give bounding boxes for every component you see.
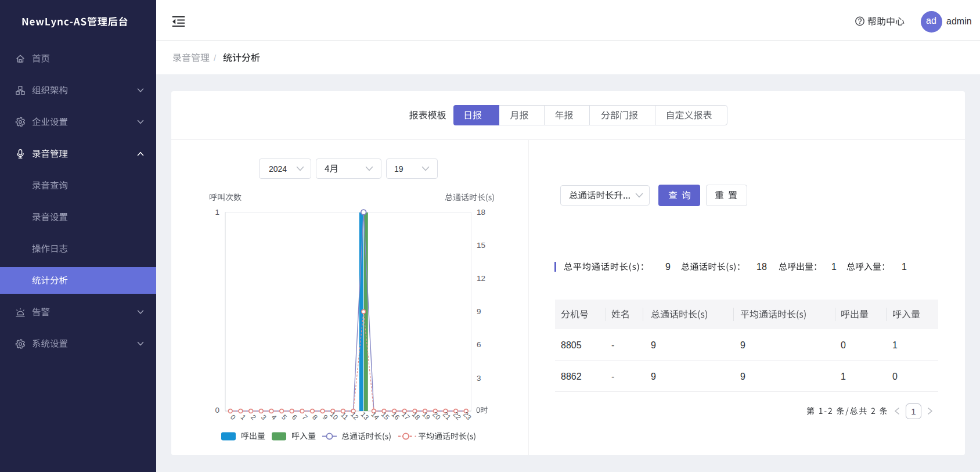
svg-text:1: 1 bbox=[215, 208, 219, 217]
svg-text:12: 12 bbox=[349, 410, 361, 422]
svg-text:16: 16 bbox=[390, 410, 402, 422]
svg-text:18: 18 bbox=[410, 410, 422, 422]
svg-text:15: 15 bbox=[380, 410, 391, 422]
svg-text:6: 6 bbox=[290, 413, 299, 421]
svg-text:15: 15 bbox=[477, 241, 485, 250]
svg-text:5: 5 bbox=[280, 413, 289, 421]
svg-text:4: 4 bbox=[270, 413, 279, 421]
svg-text:11: 11 bbox=[339, 410, 350, 421]
svg-text:1: 1 bbox=[239, 413, 248, 421]
svg-text:14: 14 bbox=[369, 410, 381, 422]
svg-text:21: 21 bbox=[441, 410, 453, 422]
svg-text:19: 19 bbox=[421, 410, 433, 422]
svg-text:9: 9 bbox=[321, 413, 330, 421]
svg-text:10: 10 bbox=[329, 410, 340, 422]
svg-text:0: 0 bbox=[229, 413, 237, 421]
svg-text:17: 17 bbox=[400, 410, 412, 422]
svg-text:23: 23 bbox=[462, 410, 473, 422]
svg-text:13: 13 bbox=[359, 410, 371, 422]
svg-text:3: 3 bbox=[260, 413, 268, 421]
svg-text:18: 18 bbox=[477, 208, 485, 217]
svg-text:6: 6 bbox=[477, 340, 481, 349]
svg-text:7: 7 bbox=[301, 413, 309, 421]
svg-text:8: 8 bbox=[311, 413, 319, 421]
svg-text:3: 3 bbox=[477, 374, 481, 383]
svg-text:9: 9 bbox=[477, 307, 481, 316]
svg-text:2: 2 bbox=[249, 413, 258, 421]
svg-text:0: 0 bbox=[215, 406, 219, 415]
svg-text:22: 22 bbox=[452, 410, 463, 422]
svg-text:12: 12 bbox=[477, 274, 485, 283]
svg-text:20: 20 bbox=[431, 410, 442, 422]
